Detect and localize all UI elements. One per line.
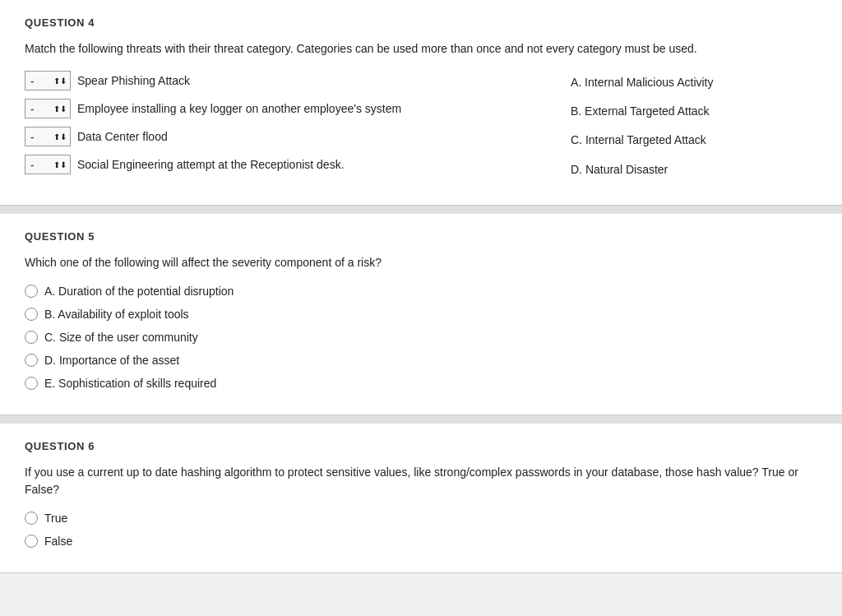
question-6-block: QUESTION 6 If you use a current up to da… bbox=[0, 424, 842, 573]
matching-left: - A B C D ⬆⬇ Spear Phishing Attack - A bbox=[25, 71, 571, 180]
dropdown-1[interactable]: - A B C D ⬆⬇ bbox=[25, 71, 71, 90]
matching-right: A. Internal Malicious Activity B. Extern… bbox=[571, 71, 817, 180]
question-5-options: A. Duration of the potential disruption … bbox=[25, 285, 817, 390]
matching-container: - A B C D ⬆⬇ Spear Phishing Attack - A bbox=[25, 71, 817, 180]
option-6f-row[interactable]: False bbox=[25, 535, 817, 548]
option-5c-label: C. Size of the user community bbox=[44, 331, 198, 344]
question-4-block: QUESTION 4 Match the following threats w… bbox=[0, 0, 842, 206]
radio-5d[interactable] bbox=[25, 354, 38, 367]
category-d: D. Natural Disaster bbox=[571, 160, 817, 180]
question-6-options: True False bbox=[25, 512, 817, 548]
radio-5b[interactable] bbox=[25, 308, 38, 321]
option-5e-row[interactable]: E. Sophistication of skills required bbox=[25, 377, 817, 390]
threat-2-text: Employee installing a key logger on anot… bbox=[77, 102, 401, 115]
category-a: A. Internal Malicious Activity bbox=[571, 72, 817, 93]
dropdown-1-select[interactable]: - A B C D bbox=[29, 75, 53, 87]
option-5d-row[interactable]: D. Importance of the asset bbox=[25, 354, 817, 367]
question-5-text: Which one of the following will affect t… bbox=[25, 254, 817, 271]
option-6t-row[interactable]: True bbox=[25, 512, 817, 525]
question-5-label: QUESTION 5 bbox=[25, 230, 817, 243]
option-5a-label: A. Duration of the potential disruption bbox=[44, 285, 234, 298]
option-5c-row[interactable]: C. Size of the user community bbox=[25, 331, 817, 344]
threat-1-text: Spear Phishing Attack bbox=[77, 74, 190, 87]
dropdown-3-select[interactable]: - A B C D bbox=[29, 131, 53, 143]
dropdown-2[interactable]: - A B C D ⬆⬇ bbox=[25, 99, 71, 118]
option-5b-label: B. Availability of exploit tools bbox=[44, 308, 189, 321]
radio-5c[interactable] bbox=[25, 331, 38, 344]
dropdown-4[interactable]: - A B C D ⬆⬇ bbox=[25, 155, 71, 174]
option-5e-label: E. Sophistication of skills required bbox=[44, 377, 216, 390]
matching-row-1: - A B C D ⬆⬇ Spear Phishing Attack bbox=[25, 71, 571, 90]
radio-6f[interactable] bbox=[25, 535, 38, 548]
radio-5a[interactable] bbox=[25, 285, 38, 298]
radio-5e[interactable] bbox=[25, 377, 38, 390]
question-5-block: QUESTION 5 Which one of the following wi… bbox=[0, 214, 842, 415]
dropdown-4-select[interactable]: - A B C D bbox=[29, 159, 53, 171]
separator-1 bbox=[0, 206, 842, 214]
matching-row-3: - A B C D ⬆⬇ Data Center flood bbox=[25, 127, 571, 146]
question-4-instructions: Match the following threats with their t… bbox=[25, 40, 817, 58]
threat-4-text: Social Engineering attempt at the Recept… bbox=[77, 158, 345, 171]
question-6-label: QUESTION 6 bbox=[25, 440, 817, 452]
radio-6t[interactable] bbox=[25, 512, 38, 525]
separator-2 bbox=[0, 415, 842, 424]
question-4-label: QUESTION 4 bbox=[25, 16, 817, 29]
matching-row-2: - A B C D ⬆⬇ Employee installing a key l… bbox=[25, 99, 571, 118]
option-6t-label: True bbox=[44, 512, 67, 525]
threat-3-text: Data Center flood bbox=[77, 130, 168, 143]
category-b: B. External Targeted Attack bbox=[571, 101, 817, 122]
option-6f-label: False bbox=[44, 535, 72, 548]
option-5a-row[interactable]: A. Duration of the potential disruption bbox=[25, 285, 817, 298]
option-5d-label: D. Importance of the asset bbox=[44, 354, 179, 367]
option-5b-row[interactable]: B. Availability of exploit tools bbox=[25, 308, 817, 321]
matching-row-4: - A B C D ⬆⬇ Social Engineering attempt … bbox=[25, 155, 571, 174]
dropdown-2-select[interactable]: - A B C D bbox=[29, 103, 53, 115]
question-6-text: If you use a current up to date hashing … bbox=[25, 464, 817, 498]
category-c: C. Internal Targeted Attack bbox=[571, 130, 817, 151]
dropdown-3[interactable]: - A B C D ⬆⬇ bbox=[25, 127, 71, 146]
